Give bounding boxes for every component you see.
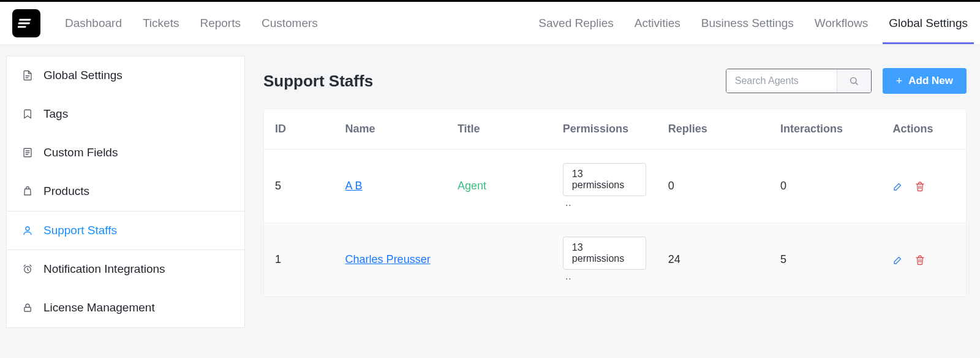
body: Global Settings Tags Custom Fields Produ… xyxy=(0,45,980,328)
staff-name-link[interactable]: A B xyxy=(345,180,363,192)
app-logo[interactable] xyxy=(12,9,40,37)
file-icon xyxy=(21,69,34,82)
lock-icon xyxy=(21,302,34,314)
cell-id: 1 xyxy=(264,223,334,297)
edit-button[interactable] xyxy=(892,181,903,192)
svg-point-4 xyxy=(851,78,856,83)
page-title: Support Staffs xyxy=(263,72,373,91)
sidebar-item-label: Global Settings xyxy=(43,69,123,82)
edit-icon xyxy=(892,181,903,192)
table-header-row: ID Name Title Permissions Replies Intera… xyxy=(264,109,966,150)
page-header: Support Staffs + Add New xyxy=(256,56,974,109)
clock-icon xyxy=(21,263,34,275)
header-actions: + Add New xyxy=(726,68,967,94)
plus-icon: + xyxy=(896,75,903,86)
bookmark-icon xyxy=(21,108,34,120)
nav-dashboard[interactable]: Dashboard xyxy=(65,3,122,44)
form-icon xyxy=(21,147,34,159)
search-button[interactable] xyxy=(837,69,871,93)
add-new-button[interactable]: + Add New xyxy=(883,68,967,94)
cell-replies: 0 xyxy=(657,150,769,223)
svg-rect-3 xyxy=(24,307,31,311)
sidebar-item-custom-fields[interactable]: Custom Fields xyxy=(7,134,244,172)
main-content: Support Staffs + Add New ID xyxy=(245,56,974,328)
nav-tickets[interactable]: Tickets xyxy=(143,3,179,44)
nav-activities[interactable]: Activities xyxy=(635,3,680,44)
sidebar-item-label: Support Staffs xyxy=(43,224,117,237)
sidebar-item-label: License Management xyxy=(43,301,155,314)
table-row: 1 Charles Preusser 13 permissions.. 24 5 xyxy=(264,223,966,297)
header: Dashboard Tickets Reports Customers Save… xyxy=(0,2,980,45)
search-icon xyxy=(849,76,859,86)
nav-business-settings[interactable]: Business Settings xyxy=(701,3,794,44)
nav-global-settings[interactable]: Global Settings xyxy=(889,3,968,44)
th-actions: Actions xyxy=(881,109,966,150)
th-name: Name xyxy=(334,109,447,150)
nav-saved-replies[interactable]: Saved Replies xyxy=(538,3,614,44)
search-box xyxy=(726,69,872,93)
sidebar-item-label: Products xyxy=(43,185,89,198)
logo-icon xyxy=(18,15,35,32)
sidebar-item-label: Notification Integrations xyxy=(43,262,165,276)
user-icon xyxy=(21,224,34,237)
edit-icon xyxy=(892,254,903,265)
nav-right: Saved Replies Activities Business Settin… xyxy=(538,3,968,44)
sidebar-item-support-staffs[interactable]: Support Staffs xyxy=(7,211,244,250)
sidebar-item-label: Custom Fields xyxy=(43,146,118,159)
sidebar-item-global-settings[interactable]: Global Settings xyxy=(7,56,244,95)
ellipsis: .. xyxy=(565,270,571,282)
th-interactions: Interactions xyxy=(769,109,881,150)
th-title: Title xyxy=(447,109,552,150)
sidebar-item-notification-integrations[interactable]: Notification Integrations xyxy=(7,250,244,289)
permissions-pill[interactable]: 13 permissions xyxy=(563,163,646,196)
search-input[interactable] xyxy=(726,69,837,93)
cell-replies: 24 xyxy=(657,223,769,297)
th-replies: Replies xyxy=(657,109,769,150)
th-id: ID xyxy=(264,109,334,150)
trash-icon xyxy=(914,254,925,265)
cell-interactions: 5 xyxy=(769,223,881,297)
cell-interactions: 0 xyxy=(769,150,881,223)
nav-reports[interactable]: Reports xyxy=(200,3,241,44)
delete-button[interactable] xyxy=(914,254,925,265)
sidebar-item-products[interactable]: Products xyxy=(7,172,244,211)
nav-left: Dashboard Tickets Reports Customers xyxy=(65,3,318,44)
staff-name-link[interactable]: Charles Preusser xyxy=(345,253,431,265)
delete-button[interactable] xyxy=(914,181,925,192)
ellipsis: .. xyxy=(565,196,571,208)
trash-icon xyxy=(914,181,925,192)
cell-id: 5 xyxy=(264,150,334,223)
th-permissions: Permissions xyxy=(552,109,657,150)
nav-customers[interactable]: Customers xyxy=(262,3,318,44)
svg-point-1 xyxy=(26,227,29,230)
permissions-pill[interactable]: 13 permissions xyxy=(563,237,646,270)
staff-table: ID Name Title Permissions Replies Intera… xyxy=(263,109,967,297)
edit-button[interactable] xyxy=(892,254,903,265)
sidebar-item-tags[interactable]: Tags xyxy=(7,95,244,134)
add-new-label: Add New xyxy=(908,75,953,87)
sidebar-item-label: Tags xyxy=(43,107,68,121)
nav-workflows[interactable]: Workflows xyxy=(815,3,868,44)
cell-title: Agent xyxy=(458,180,486,192)
table-row: 5 A B Agent 13 permissions.. 0 0 xyxy=(264,150,966,223)
sidebar: Global Settings Tags Custom Fields Produ… xyxy=(6,56,245,328)
sidebar-item-license-management[interactable]: License Management xyxy=(7,289,244,327)
bag-icon xyxy=(21,185,34,197)
